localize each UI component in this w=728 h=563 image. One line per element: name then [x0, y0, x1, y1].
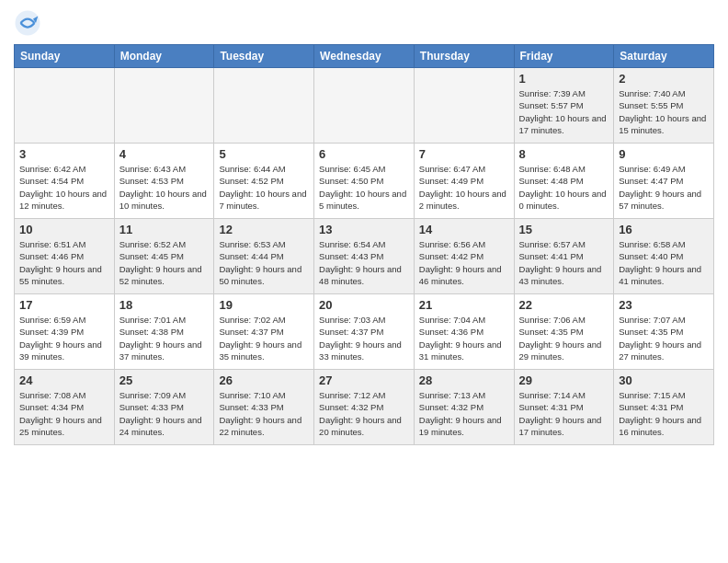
day-number: 17 [19, 298, 109, 312]
calendar-cell: 18Sunrise: 7:01 AM Sunset: 4:38 PM Dayli… [114, 294, 214, 370]
calendar-cell: 25Sunrise: 7:09 AM Sunset: 4:33 PM Dayli… [114, 370, 214, 445]
weekday-header-tuesday: Tuesday [214, 45, 314, 68]
calendar-cell: 27Sunrise: 7:12 AM Sunset: 4:32 PM Dayli… [314, 370, 415, 445]
day-number: 2 [619, 72, 709, 86]
logo-icon [14, 9, 41, 37]
day-info: Sunrise: 7:14 AM Sunset: 4:31 PM Dayligh… [519, 389, 609, 438]
day-info: Sunrise: 7:12 AM Sunset: 4:32 PM Dayligh… [319, 389, 409, 438]
day-number: 25 [119, 373, 210, 387]
day-number: 10 [19, 223, 109, 236]
calendar-cell: 24Sunrise: 7:08 AM Sunset: 4:34 PM Dayli… [15, 370, 115, 445]
calendar-week-0: 1Sunrise: 7:39 AM Sunset: 5:57 PM Daylig… [15, 68, 714, 144]
calendar-week-1: 3Sunrise: 6:42 AM Sunset: 4:54 PM Daylig… [15, 144, 714, 219]
day-number: 26 [219, 373, 309, 387]
weekday-header-friday: Friday [514, 45, 614, 68]
page: SundayMondayTuesdayWednesdayThursdayFrid… [0, 0, 728, 563]
day-info: Sunrise: 6:42 AM Sunset: 4:54 PM Dayligh… [19, 163, 109, 212]
logo [14, 9, 45, 37]
calendar-cell: 19Sunrise: 7:02 AM Sunset: 4:37 PM Dayli… [214, 294, 314, 370]
header [14, 9, 714, 37]
calendar-cell [314, 68, 415, 144]
calendar-cell: 16Sunrise: 6:58 AM Sunset: 4:40 PM Dayli… [614, 219, 714, 294]
day-number: 16 [619, 223, 709, 236]
day-number: 11 [119, 223, 210, 236]
weekday-header-monday: Monday [114, 45, 214, 68]
weekday-header-row: SundayMondayTuesdayWednesdayThursdayFrid… [15, 45, 714, 68]
day-number: 18 [119, 298, 210, 312]
calendar-cell: 29Sunrise: 7:14 AM Sunset: 4:31 PM Dayli… [514, 370, 614, 445]
calendar-cell: 5Sunrise: 6:44 AM Sunset: 4:52 PM Daylig… [214, 144, 314, 219]
day-number: 12 [219, 223, 309, 236]
day-number: 29 [519, 373, 609, 387]
calendar-cell: 20Sunrise: 7:03 AM Sunset: 4:37 PM Dayli… [314, 294, 415, 370]
day-info: Sunrise: 7:07 AM Sunset: 4:35 PM Dayligh… [619, 314, 709, 362]
calendar-cell: 21Sunrise: 7:04 AM Sunset: 4:36 PM Dayli… [414, 294, 514, 370]
calendar-cell: 2Sunrise: 7:40 AM Sunset: 5:55 PM Daylig… [614, 68, 714, 144]
day-info: Sunrise: 7:09 AM Sunset: 4:33 PM Dayligh… [119, 389, 210, 438]
weekday-header-wednesday: Wednesday [314, 45, 415, 68]
day-info: Sunrise: 6:59 AM Sunset: 4:39 PM Dayligh… [19, 314, 109, 362]
day-number: 21 [419, 298, 509, 312]
day-info: Sunrise: 6:52 AM Sunset: 4:45 PM Dayligh… [119, 238, 210, 287]
svg-point-0 [16, 11, 40, 36]
day-info: Sunrise: 6:57 AM Sunset: 4:41 PM Dayligh… [519, 238, 609, 287]
calendar-week-2: 10Sunrise: 6:51 AM Sunset: 4:46 PM Dayli… [15, 219, 714, 294]
day-info: Sunrise: 6:47 AM Sunset: 4:49 PM Dayligh… [419, 163, 509, 212]
day-number: 7 [419, 147, 509, 161]
calendar-cell [15, 68, 115, 144]
day-number: 22 [519, 298, 609, 312]
calendar-cell: 23Sunrise: 7:07 AM Sunset: 4:35 PM Dayli… [614, 294, 714, 370]
weekday-header-saturday: Saturday [614, 45, 714, 68]
day-number: 8 [519, 147, 609, 161]
calendar-cell: 26Sunrise: 7:10 AM Sunset: 4:33 PM Dayli… [214, 370, 314, 445]
day-info: Sunrise: 7:04 AM Sunset: 4:36 PM Dayligh… [419, 314, 509, 362]
day-info: Sunrise: 7:15 AM Sunset: 4:31 PM Dayligh… [619, 389, 709, 438]
day-number: 6 [319, 147, 409, 161]
calendar-cell: 28Sunrise: 7:13 AM Sunset: 4:32 PM Dayli… [414, 370, 514, 445]
day-info: Sunrise: 6:43 AM Sunset: 4:53 PM Dayligh… [119, 163, 210, 212]
calendar-cell: 12Sunrise: 6:53 AM Sunset: 4:44 PM Dayli… [214, 219, 314, 294]
calendar-cell: 13Sunrise: 6:54 AM Sunset: 4:43 PM Dayli… [314, 219, 415, 294]
calendar-cell: 4Sunrise: 6:43 AM Sunset: 4:53 PM Daylig… [114, 144, 214, 219]
calendar-week-4: 24Sunrise: 7:08 AM Sunset: 4:34 PM Dayli… [15, 370, 714, 445]
calendar-cell [414, 68, 514, 144]
calendar-cell [114, 68, 214, 144]
day-info: Sunrise: 7:02 AM Sunset: 4:37 PM Dayligh… [219, 314, 309, 362]
calendar-cell [214, 68, 314, 144]
weekday-header-thursday: Thursday [414, 45, 514, 68]
calendar-table: SundayMondayTuesdayWednesdayThursdayFrid… [14, 44, 714, 445]
calendar-cell: 9Sunrise: 6:49 AM Sunset: 4:47 PM Daylig… [614, 144, 714, 219]
day-number: 13 [319, 223, 409, 236]
day-number: 1 [519, 72, 609, 86]
calendar-week-3: 17Sunrise: 6:59 AM Sunset: 4:39 PM Dayli… [15, 294, 714, 370]
calendar-cell: 14Sunrise: 6:56 AM Sunset: 4:42 PM Dayli… [414, 219, 514, 294]
day-number: 15 [519, 223, 609, 236]
day-number: 14 [419, 223, 509, 236]
day-info: Sunrise: 6:44 AM Sunset: 4:52 PM Dayligh… [219, 163, 309, 212]
calendar-cell: 22Sunrise: 7:06 AM Sunset: 4:35 PM Dayli… [514, 294, 614, 370]
calendar-cell: 15Sunrise: 6:57 AM Sunset: 4:41 PM Dayli… [514, 219, 614, 294]
day-number: 28 [419, 373, 509, 387]
day-info: Sunrise: 7:06 AM Sunset: 4:35 PM Dayligh… [519, 314, 609, 362]
day-number: 19 [219, 298, 309, 312]
day-info: Sunrise: 6:53 AM Sunset: 4:44 PM Dayligh… [219, 238, 309, 287]
calendar-cell: 17Sunrise: 6:59 AM Sunset: 4:39 PM Dayli… [15, 294, 115, 370]
day-number: 3 [19, 147, 109, 161]
day-info: Sunrise: 6:45 AM Sunset: 4:50 PM Dayligh… [319, 163, 409, 212]
day-number: 5 [219, 147, 309, 161]
day-number: 9 [619, 147, 709, 161]
day-number: 30 [619, 373, 709, 387]
day-info: Sunrise: 7:10 AM Sunset: 4:33 PM Dayligh… [219, 389, 309, 438]
weekday-header-sunday: Sunday [15, 45, 115, 68]
day-info: Sunrise: 7:13 AM Sunset: 4:32 PM Dayligh… [419, 389, 509, 438]
calendar-cell: 1Sunrise: 7:39 AM Sunset: 5:57 PM Daylig… [514, 68, 614, 144]
calendar-cell: 10Sunrise: 6:51 AM Sunset: 4:46 PM Dayli… [15, 219, 115, 294]
day-info: Sunrise: 6:48 AM Sunset: 4:48 PM Dayligh… [519, 163, 609, 212]
calendar-cell: 3Sunrise: 6:42 AM Sunset: 4:54 PM Daylig… [15, 144, 115, 219]
calendar-cell: 11Sunrise: 6:52 AM Sunset: 4:45 PM Dayli… [114, 219, 214, 294]
day-info: Sunrise: 7:01 AM Sunset: 4:38 PM Dayligh… [119, 314, 210, 362]
day-info: Sunrise: 6:51 AM Sunset: 4:46 PM Dayligh… [19, 238, 109, 287]
day-number: 24 [19, 373, 109, 387]
calendar-cell: 6Sunrise: 6:45 AM Sunset: 4:50 PM Daylig… [314, 144, 415, 219]
day-info: Sunrise: 7:40 AM Sunset: 5:55 PM Dayligh… [619, 87, 709, 136]
